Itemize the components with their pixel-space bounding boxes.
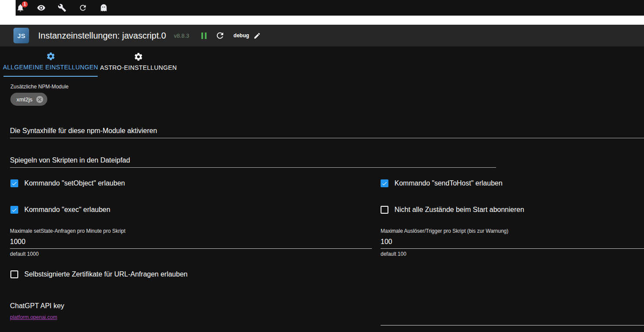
pause-bar [201, 33, 203, 39]
chatgpt-api-key-label: ChatGPT API key [10, 302, 64, 310]
mirror-path-input[interactable]: Spiegeln von Skripten in den Dateipfad [10, 156, 496, 168]
checkbox-box [381, 179, 388, 187]
adapter-version: v8.8.3 [174, 33, 189, 39]
max-setstate-helper: default 1000 [10, 251, 372, 257]
check-icon [11, 180, 17, 187]
checkbox-allow-setobject[interactable]: Kommando "setObject" erlauben [10, 179, 125, 187]
eye-icon [37, 3, 46, 12]
syntax-help-select[interactable]: Die Syntaxhilfe für diese npm-Module akt… [10, 127, 644, 138]
ghost-glyph-icon [99, 3, 108, 12]
checkbox-no-subscribe-all[interactable]: Nicht alle Zustände beim Start abonniere… [381, 206, 524, 214]
tab-astro-label: ASTRO-EINSTELLUNGEN [100, 64, 177, 71]
pencil-icon [253, 32, 261, 39]
checkbox-label: Nicht alle Zustände beim Start abonniere… [394, 206, 524, 214]
gear-icon [46, 52, 56, 61]
chip-delete-icon[interactable] [36, 95, 44, 104]
notifications-badge: 1 [22, 1, 28, 7]
field-underline [10, 167, 496, 168]
check-icon [11, 207, 17, 213]
syntax-help-label: Die Syntaxhilfe für diese npm-Module akt… [10, 127, 644, 135]
mirror-path-label: Spiegeln von Skripten in den Dateipfad [10, 156, 496, 164]
logo-text: JS [17, 32, 25, 39]
dialog-header: JS Instanzeinstellungen: javascript.0 v8… [0, 25, 644, 46]
max-setstate-label: Maximale setState-Anfragen pro Minute pr… [10, 228, 372, 234]
max-trigger-helper: default 100 [381, 251, 644, 257]
checkbox-allow-exec[interactable]: Kommando "exec" erlauben [10, 206, 110, 214]
max-setstate-field: Maximale setState-Anfragen pro Minute pr… [10, 228, 372, 257]
chatgpt-api-key-underline[interactable] [381, 325, 644, 325]
max-trigger-label: Maximale Auslöser/Trigger pro Skript (bi… [381, 228, 644, 234]
npm-modules-label: Zusätzliche NPM-Module [10, 84, 69, 90]
top-toolbar: 1 [16, 0, 644, 16]
restart-instance-button[interactable] [215, 31, 225, 40]
checkbox-allow-sendtohost[interactable]: Kommando "sendToHost" erlauben [381, 179, 503, 187]
checkbox-label: Kommando "sendToHost" erlauben [394, 179, 503, 187]
checkbox-box [381, 206, 388, 214]
max-trigger-input[interactable] [381, 235, 644, 249]
npm-module-chip[interactable]: xml2js [10, 93, 47, 106]
checkbox-box [10, 179, 18, 187]
refresh-icon [79, 3, 87, 12]
tab-general-label: ALLGEMEINE EINSTELLUNGEN [3, 64, 99, 71]
notifications-bell-icon[interactable]: 1 [16, 3, 25, 13]
settings-form: Zusätzliche NPM-Module xml2js Die Syntax… [0, 77, 644, 332]
check-icon [381, 180, 388, 187]
edit-log-level-button[interactable] [253, 32, 261, 39]
checkbox-box [10, 270, 18, 278]
checkbox-label: Kommando "exec" erlauben [24, 206, 110, 214]
checkbox-allow-self-signed-certs[interactable]: Selbstsignierte Zertifikate für URL-Anfr… [10, 270, 187, 278]
pause-bar [205, 33, 207, 39]
tab-general-settings[interactable]: ALLGEMEINE EINSTELLUNGEN [3, 46, 98, 77]
checkbox-label: Kommando "setObject" erlauben [24, 179, 125, 187]
max-setstate-input[interactable] [10, 235, 372, 249]
expert-mode-wrench-icon[interactable] [57, 3, 67, 13]
openai-platform-link[interactable]: platform.openai.com [10, 314, 57, 320]
chip-label: xml2js [16, 96, 33, 103]
max-trigger-field: Maximale Auslöser/Trigger pro Skript (bi… [381, 228, 644, 257]
instance-settings-dialog: JS Instanzeinstellungen: javascript.0 v8… [0, 25, 644, 332]
tab-bar: ALLGEMEINE EINSTELLUNGEN ASTRO-EINSTELLU… [3, 46, 644, 77]
javascript-adapter-logo: JS [13, 28, 29, 43]
visibility-eye-icon[interactable] [36, 3, 46, 13]
dialog-title: Instanzeinstellungen: javascript.0 [38, 31, 166, 41]
field-underline [10, 138, 644, 138]
log-level-label: debug [233, 33, 249, 39]
checkbox-box [10, 206, 18, 214]
checkbox-label: Selbstsignierte Zertifikate für URL-Anfr… [24, 270, 187, 278]
updates-refresh-icon[interactable] [78, 3, 88, 13]
tab-astro-settings[interactable]: ASTRO-EINSTELLUNGEN [98, 46, 179, 77]
pause-instance-button[interactable] [201, 33, 207, 39]
ghost-icon[interactable] [99, 3, 108, 13]
restart-icon [215, 31, 225, 40]
gear-icon [134, 52, 143, 62]
wrench-icon [58, 3, 66, 12]
